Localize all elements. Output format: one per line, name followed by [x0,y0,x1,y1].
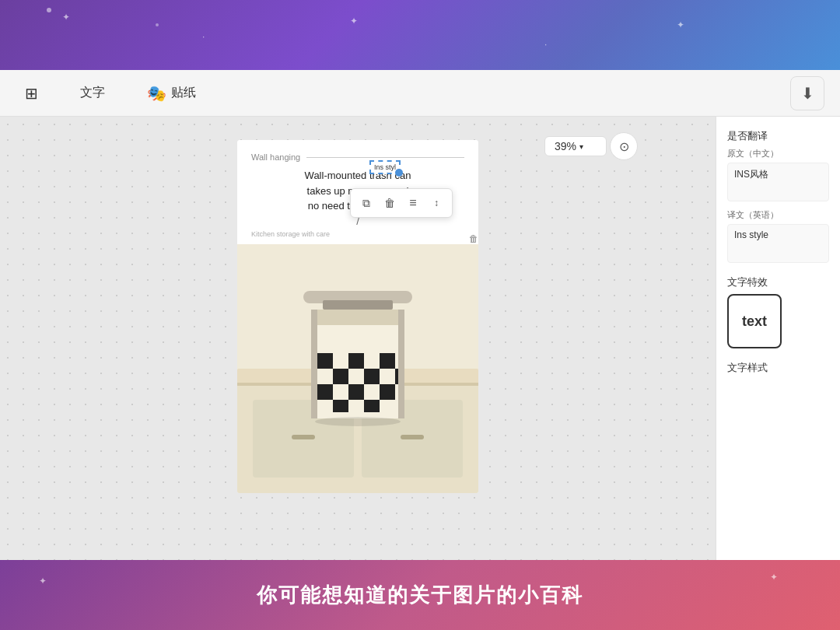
copy-icon: ⧉ [362,197,370,210]
svg-rect-38 [380,400,395,412]
svg-rect-14 [311,310,317,418]
star-decoration: ✦ [350,16,358,26]
svg-rect-37 [364,400,380,412]
text-effect-label: text [742,313,767,330]
bottom-star-2: ✦ [770,572,778,583]
canvas-area[interactable]: 39% ▾ ⊙ Wall hanging Wall-mounted trash … [0,117,716,560]
zoom-level: 39% [555,140,576,152]
svg-rect-29 [333,384,348,400]
svg-rect-28 [317,384,333,400]
card-subtitle: Kitchen storage with care [251,230,464,238]
svg-rect-33 [395,384,398,400]
svg-rect-27 [395,369,398,384]
svg-rect-23 [333,369,348,384]
style-button[interactable]: ≡ [402,192,424,214]
svg-rect-35 [333,400,348,412]
sticker-icon: 🎭 [147,84,166,103]
svg-rect-11 [323,300,393,310]
right-sidebar: 是否翻译 原文（中文） INS风格 译文（英语） Ins style 文字特效 … [716,117,840,560]
original-value: INS风格 [727,163,829,201]
toolbar: ⊞ 文字 🎭 贴纸 ⬇ [0,70,840,117]
star-decoration: · [202,31,205,42]
text-style-title: 文字样式 [727,361,829,375]
svg-rect-15 [398,310,404,418]
floating-text-element[interactable]: Ins styl [369,160,401,174]
translated-value: Ins style [727,224,829,263]
style-icon: ≡ [409,196,416,210]
toolbar-text-label: 文字 [80,85,105,101]
zoom-chevron-icon: ▾ [579,142,583,151]
delete-button[interactable]: 🗑 [379,192,401,214]
trash-icon: 🗑 [469,233,478,244]
element-delete-icon[interactable]: 🗑 [469,233,478,244]
top-banner: ✦ · ✦ · ✦ [0,0,840,70]
card-text-area: Wall hanging Wall-mounted trash cantakes… [237,140,478,244]
svg-rect-26 [380,369,395,384]
svg-rect-8 [292,435,315,439]
card-title-divider [306,157,464,158]
floating-toolbar: ⧉ 🗑 ≡ ↕ [350,188,453,218]
svg-rect-18 [348,353,364,369]
toolbar-sticker-label: 贴纸 [171,85,196,101]
product-image [237,244,478,493]
svg-rect-21 [395,353,398,369]
star-decoration: · [544,39,547,50]
toolbar-sticker[interactable]: 🎭 贴纸 [138,79,205,107]
star-decoration: ✦ [62,12,70,23]
star-decoration: ✦ [677,19,684,30]
translate-title: 是否翻译 [727,129,829,143]
text-effect-section: 文字特效 text [727,275,829,348]
svg-rect-24 [348,369,364,384]
translated-label: 译文（英语） [727,209,829,221]
download-icon: ⬇ [801,84,814,103]
toolbar-text[interactable]: 文字 [71,80,114,106]
cursor-icon: ↕ [434,198,439,208]
translate-section: 是否翻译 原文（中文） INS风格 译文（英语） Ins style [727,129,829,263]
text-effect-button[interactable]: text [727,294,782,348]
svg-rect-17 [333,353,348,369]
svg-rect-32 [380,384,395,400]
svg-rect-19 [364,353,380,369]
resize-handle[interactable] [395,169,403,177]
svg-rect-22 [317,369,333,384]
text-effect-title: 文字特效 [727,275,829,289]
cursor-area[interactable]: ↕ [425,192,447,214]
add-element-icon: ⊞ [25,84,38,103]
svg-rect-9 [401,435,424,439]
bottom-banner: ✦ 你可能想知道的关于图片的小百科 ✦ [0,560,840,630]
toolbar-add-element[interactable]: ⊞ [16,79,47,107]
svg-rect-36 [348,400,364,412]
bottom-star: ✦ [39,576,47,586]
main-area: 39% ▾ ⊙ Wall hanging Wall-mounted trash … [0,117,840,560]
zoom-circle-button[interactable]: ⊙ [610,132,638,160]
card-title-text: Wall hanging [251,152,300,162]
svg-rect-31 [364,384,380,400]
original-label: 原文（中文） [727,148,829,159]
svg-rect-13 [311,310,404,325]
bottom-text: 你可能想知道的关于图片的小百科 [257,582,583,609]
delete-icon: 🗑 [384,197,395,209]
zoom-controls: 39% ▾ ⊙ [544,132,638,160]
svg-rect-25 [364,369,380,384]
card-title-row: Wall hanging [251,152,464,162]
svg-point-39 [315,417,401,426]
zoom-target-icon: ⊙ [619,139,629,154]
svg-rect-16 [317,353,333,369]
download-button[interactable]: ⬇ [790,76,824,110]
copy-button[interactable]: ⧉ [355,192,377,214]
floating-text-content: Ins styl [374,163,396,171]
zoom-display[interactable]: 39% ▾ [544,136,607,156]
svg-rect-34 [317,400,333,412]
svg-rect-30 [348,384,364,400]
svg-rect-20 [380,353,395,369]
text-style-section: 文字样式 [727,361,829,380]
design-card: Wall hanging Wall-mounted trash cantakes… [237,140,478,493]
